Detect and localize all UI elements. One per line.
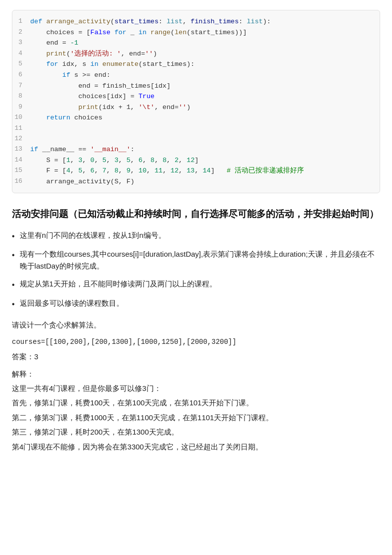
answer-label: 答案： [12,352,34,361]
token-num: 6 [139,157,143,164]
token-builtin: print [46,50,66,57]
code-line: 4 print('选择的活动: ', end='') [12,49,380,59]
token-plain: (start_times))] [187,29,247,36]
token-kw: for [46,60,58,68]
token-plain: , [118,157,126,164]
code-section: 1def arrange_activity(start_times: list,… [0,10,392,193]
explanation-items: 首先，修第1门课，耗费100天，在第100天完成，在第101天开始下门课。第二，… [12,396,380,453]
code-line: 6 if s >= end: [12,70,380,81]
line-content: print('选择的活动: ', end='') [30,49,372,59]
token-builtin: len [175,29,187,36]
code-line: 2 choices = [False for _ in range(len(st… [12,27,380,38]
line-content: end = finish_times[idx] [30,81,372,92]
token-str: '选择的活动: ' [70,50,121,57]
explanation-section: 解释： 这里一共有4门课程，但是你最多可以修3门： 首先，修第1门课，耗费100… [12,370,380,453]
code-line: 16 arrange_activity(S, F) [12,176,380,187]
token-plain: , [70,157,78,164]
list-item: 返回最多可以修读的课程数目。 [12,297,380,311]
line-content: if __name__ == '__main__': [30,144,372,155]
token-num: 9 [126,167,130,174]
line-number: 15 [12,166,30,176]
line-content: arrange_activity(S, F) [30,176,372,187]
token-plain: , end= [154,104,179,111]
token-plain [147,29,150,36]
bullet-list: 这里有n门不同的在线课程，按从1到n编号。现有一个数组courses,其中cou… [12,229,380,311]
code-line: 5 for idx, s in enumerate(start_times): [12,59,380,70]
token-kw: if [30,146,38,153]
token-plain [30,71,62,79]
token-plain: , [131,157,139,164]
code-line: 1def arrange_activity(start_times: list,… [12,16,380,27]
code-line: 10 return choices [12,112,380,123]
code-line: 11 [12,123,380,134]
explanation-item: 第三，修第2门课，耗时200天，在第1300天完成。 [12,426,380,439]
list-item: 现有一个数组courses,其中courses[i]=[duration,las… [12,248,380,272]
token-num: 1 [66,157,70,164]
line-number: 4 [12,49,30,59]
token-plain: ) [187,104,191,111]
token-kw: for [114,29,126,36]
token-plain: ): [263,18,271,25]
line-number: 9 [12,102,30,112]
token-plain: S = [ [30,157,66,164]
token-num: 11 [154,167,162,174]
token-param: finish_times [191,18,239,25]
token-plain: (start_times): [139,60,195,68]
code-block: 1def arrange_activity(start_times: list,… [12,10,380,193]
token-plain: , [70,167,78,174]
list-item: 规定从第1天开始，且不能同时修读两门及两门以上的课程。 [12,278,380,291]
token-plain: __name__ == [38,146,90,153]
content-section: 活动安排问题（已知活动截止和持续时间，自行选择尽可能多的活动，并安排起始时间） … [0,203,392,463]
token-num: 14 [202,167,210,174]
line-number: 11 [12,123,30,134]
token-plain: : [239,18,246,25]
token-plain: , [95,167,102,174]
token-num: 8 [162,157,166,164]
token-param: start_times [114,18,158,25]
token-plain: idx, s [58,60,91,68]
token-plain: choices[idx] = [30,93,139,100]
token-plain: , [95,157,102,164]
token-plain [30,114,46,121]
token-plain: (idx + 1, [98,104,139,111]
token-kw: def [30,18,46,25]
explanation-item: 第二，修第3门课，耗费1000天，在第1100天完成，在第1101天开始下门课程… [12,411,380,424]
token-num: 5 [102,157,106,164]
code-line: 7 end = finish_times[idx] [12,81,380,92]
line-content: def arrange_activity(start_times: list, … [30,16,372,27]
token-plain: s >= end: [70,71,110,79]
code-line: 13if __name__ == '__main__': [12,144,380,155]
token-plain: , [106,157,114,164]
explanation-item: 首先，修第1门课，耗费100天，在第100天完成，在第101天开始下门课。 [12,396,380,409]
token-plain: ( [110,18,114,25]
token-plain: , [195,167,202,174]
line-content: end = -1 [30,38,372,49]
token-str: '__main__' [91,146,131,153]
token-num: 12 [187,157,195,164]
token-plain: arrange_activity(S, F) [30,178,135,185]
token-plain: , [118,167,126,174]
token-num: 4 [66,167,70,174]
token-plain: , [179,167,187,174]
line-content: return choices [30,112,372,123]
code-line: 15 F = [4, 5, 6, 7, 8, 9, 10, 11, 12, 13… [12,166,380,176]
token-num: 12 [171,167,179,174]
token-plain: _ [126,29,138,36]
courses-line: courses=[[100,200],[200,1300],[1000,1250… [12,335,380,348]
line-content: F = [4, 5, 6, 7, 8, 9, 10, 11, 12, 13, 1… [30,166,372,176]
token-builtin: enumerate [102,60,139,68]
token-neg: -1 [70,39,78,47]
token-num: 10 [139,167,147,174]
token-plain [30,60,46,68]
line-number: 7 [12,81,30,91]
token-plain: , [82,157,90,164]
token-plain: end = finish_times[idx] [30,82,171,90]
line-number: 13 [12,144,30,155]
token-plain: , [179,157,187,164]
token-plain: ] [211,167,227,174]
token-bool-val: True [139,93,154,100]
courses-code: courses=[[100,200],[200,1300],[1000,1250… [12,338,237,346]
token-plain: choices = [ [30,29,91,36]
explanation-header: 解释： [12,370,380,379]
explanation-item: 第4门课现在不能修，因为将会在第3300天完成它，这已经超出了关闭日期。 [12,441,380,453]
